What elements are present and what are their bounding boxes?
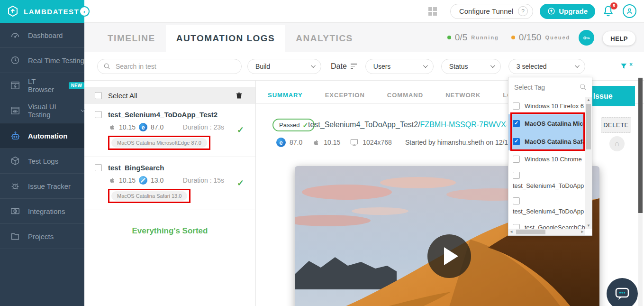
sidebar-item-issue-tracker[interactable]: Issue Tracker <box>0 174 84 199</box>
tab-analytics[interactable]: ANALYTICS <box>285 25 363 52</box>
apps-grid-icon[interactable] <box>428 7 437 16</box>
dashboard-icon <box>9 29 21 41</box>
tag-checkbox[interactable] <box>513 102 520 110</box>
tab-network[interactable]: NETWORK <box>445 92 481 99</box>
configure-tunnel-label: Configure Tunnel <box>459 7 513 15</box>
tag-checkbox[interactable] <box>513 197 520 204</box>
running-value: 0/5 <box>455 32 467 43</box>
clock-icon <box>9 55 21 66</box>
tag-checkbox[interactable] <box>513 172 520 179</box>
tag-option-label: test_Selenium4_ToDoApp <box>513 182 584 189</box>
browser-icon <box>9 80 21 91</box>
date-sort-control[interactable]: Date <box>331 62 357 71</box>
tag-checkbox[interactable] <box>513 224 520 229</box>
upgrade-button[interactable]: Upgrade <box>540 4 595 19</box>
scroll-up-arrow-icon[interactable]: ▲ <box>585 97 592 103</box>
tag-option-label: test_GoogleSearchCh <box>525 224 585 229</box>
dropdown-vertical-scrollbar[interactable]: ▲ ▼ <box>585 97 592 229</box>
main-vertical-scrollbar[interactable] <box>638 77 643 306</box>
scrollbar-thumb[interactable] <box>586 104 591 149</box>
hidden-action-icon[interactable]: ∩ <box>609 136 625 151</box>
test-duration: Duration : 15s <box>183 176 243 184</box>
eye-browser-icon <box>9 105 21 116</box>
play-button[interactable] <box>427 234 471 278</box>
tab-automation-logs[interactable]: AUTOMATION LOGS <box>166 25 286 52</box>
sidebar-item-lt-browser[interactable]: LT Browser NEW <box>0 73 84 98</box>
status-label: Passed <box>279 121 299 129</box>
tag-search-row <box>508 77 592 97</box>
tags-selected-label: 3 selected <box>517 63 547 70</box>
notifications-bell-icon[interactable]: 5 <box>602 4 616 19</box>
dropdown-horizontal-scrollbar[interactable]: ◄ ► <box>508 229 585 235</box>
scrollbar-thumb[interactable] <box>638 78 643 213</box>
tag-option[interactable]: Windows 10 Firefox 6 <box>508 97 585 114</box>
scroll-left-arrow-icon[interactable]: ◄ <box>508 229 514 235</box>
passed-check-icon: ✓ <box>237 125 244 135</box>
tag-checkbox-checked[interactable] <box>513 138 520 145</box>
test-row[interactable]: test_BingSearch 10.15 13.0 Duration : 15… <box>84 157 255 210</box>
tab-summary[interactable]: SUMMARY <box>268 92 303 99</box>
sidebar-item-label: Test Logs <box>28 157 58 165</box>
apple-icon <box>108 176 116 185</box>
monitor-icon <box>350 138 359 147</box>
tag-option-selected[interactable]: MacOS Catalina Safar <box>508 132 585 150</box>
status-filter-label: Status <box>449 63 468 70</box>
scrollbar-thumb[interactable] <box>516 230 545 234</box>
tags-filter-dropdown[interactable]: 3 selected <box>508 59 585 74</box>
sidebar-item-dashboard[interactable]: Dashboard <box>0 23 84 48</box>
passed-check-icon: ✓ <box>237 178 244 188</box>
tab-timeline[interactable]: TIMELINE <box>97 25 166 52</box>
test-id-link[interactable]: FZBMH-MSSQR-7RWVX-JHRMC <box>420 121 507 129</box>
access-key-icon[interactable] <box>579 30 594 46</box>
select-all-checkbox[interactable] <box>95 92 102 99</box>
cube-icon <box>9 155 21 167</box>
delete-button[interactable]: DELETE <box>601 117 631 133</box>
tag-checkbox-checked[interactable] <box>513 120 520 127</box>
sidebar-item-projects[interactable]: Projects <box>0 224 84 249</box>
apple-icon <box>108 123 116 131</box>
test-checkbox[interactable] <box>95 111 102 118</box>
tab-exception[interactable]: EXCEPTION <box>325 92 365 99</box>
profile-avatar[interactable] <box>623 4 636 18</box>
tab-command[interactable]: COMMAND <box>387 92 423 99</box>
test-title: test_Selenium4_ToDoApp_Test2/FZBMH-MSSQR… <box>308 121 507 129</box>
help-question-icon[interactable]: ? <box>518 6 528 16</box>
tag-option-selected[interactable]: MacOS Catalina Micr <box>508 114 585 132</box>
search-input[interactable] <box>97 59 242 74</box>
clear-filter-x-icon[interactable]: × <box>629 61 633 68</box>
users-filter-dropdown[interactable]: Users <box>365 59 434 74</box>
sidebar-item-integrations[interactable]: Integrations <box>0 199 84 224</box>
tag-option[interactable]: test_Selenium4_ToDoApp <box>508 193 585 219</box>
delete-trash-icon[interactable] <box>235 91 243 100</box>
tag-option[interactable]: Windows 10 Chrome <box>508 150 585 167</box>
sidebar-item-real-time-testing[interactable]: Real Time Testing <box>0 48 84 73</box>
test-tag-chip[interactable]: MacOS Catalina MicrosoftEdge 87.0 <box>111 138 207 148</box>
bug-icon <box>9 180 21 192</box>
help-button[interactable]: HELP <box>603 31 635 46</box>
tag-option[interactable]: test_Selenium4_ToDoApp <box>508 167 585 193</box>
tag-option[interactable]: test_GoogleSearchCh <box>508 219 585 229</box>
notification-count-badge: 5 <box>610 2 617 9</box>
queued-label: Queued <box>545 35 570 40</box>
build-filter-dropdown[interactable]: Build <box>247 59 321 74</box>
test-name: test_BingSearch <box>108 164 164 172</box>
sidebar-item-automation[interactable]: Automation <box>0 123 84 148</box>
configure-tunnel-button[interactable]: Configure Tunnel ? <box>450 4 533 19</box>
status-filter-dropdown[interactable]: Status <box>441 59 501 74</box>
queued-value: 0/150 <box>519 32 542 43</box>
test-tag-chip[interactable]: MacOS Catalina Safari 13.0 <box>111 191 187 201</box>
tag-option-label: Windows 10 Firefox 6 <box>525 102 584 110</box>
running-status: 0/5 Running 0/150 Queued <box>447 32 579 52</box>
test-checkbox[interactable] <box>95 164 102 171</box>
scroll-right-arrow-icon[interactable]: ► <box>580 229 585 235</box>
tag-checkbox[interactable] <box>513 156 520 163</box>
scroll-down-arrow-icon[interactable]: ▼ <box>585 223 592 229</box>
sidebar-item-test-logs[interactable]: Test Logs <box>0 148 84 174</box>
sidebar-collapse-button[interactable]: ‹ <box>79 6 90 17</box>
integrations-icon <box>9 205 21 217</box>
sidebar-item-visual-ui-testing[interactable]: Visual UI Testing <box>0 98 84 123</box>
test-row[interactable]: test_Selenium4_ToDoApp_Test2 10.15 e 87.… <box>84 104 255 157</box>
chevron-down-icon <box>575 63 580 68</box>
support-chat-button[interactable] <box>607 278 638 306</box>
clear-filters-control[interactable]: × <box>620 62 633 71</box>
